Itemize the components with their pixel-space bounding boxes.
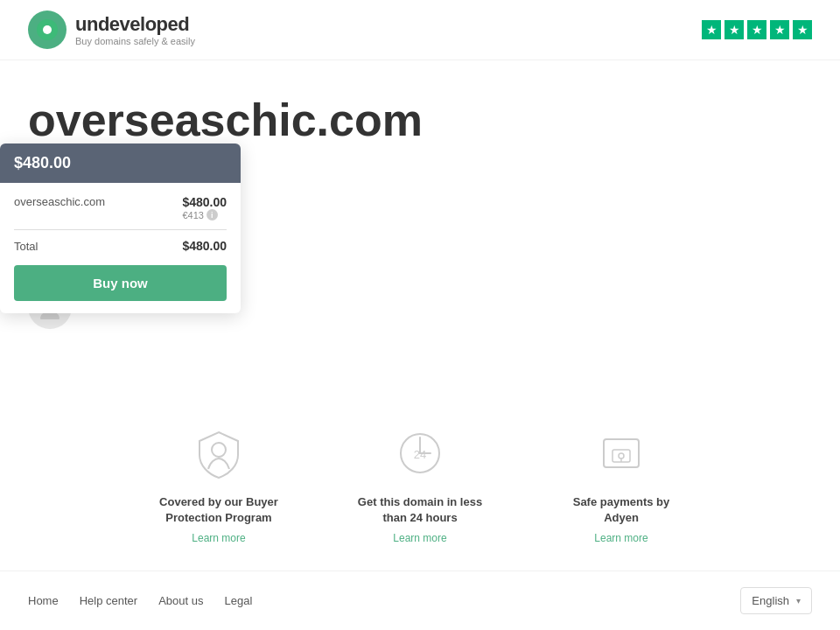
logo-icon [28, 10, 66, 49]
domain-24h-icon: 24 [392, 425, 449, 482]
language-label: English [752, 594, 789, 607]
price-body: overseaschic.com $480.00 €413 i Total $4… [0, 183, 241, 313]
trustpilot-star-2: ★ [724, 20, 744, 39]
svg-point-4 [212, 443, 226, 457]
header: undeveloped Buy domains safely & easily … [0, 0, 840, 60]
domain-title-text: overseaschic.com [28, 94, 423, 145]
trustpilot-stars: ★ ★ ★ ★ ★ [702, 20, 812, 39]
language-arrow: ▾ [796, 596, 801, 606]
price-eur: €413 i [182, 209, 227, 220]
footer-nav: Home Help center About us Legal [28, 594, 252, 607]
feature-link-domain-24h[interactable]: Learn more [393, 532, 446, 544]
feature-title-buyer-protection: Covered by our Buyer Protection Program [153, 494, 284, 526]
logo-tagline: Buy domains safely & easily [75, 36, 195, 46]
svg-point-9 [619, 453, 624, 458]
domain-title: overseaschic.com [28, 95, 812, 145]
main-content: $480.00 overseaschic.com $480.00 €413 i … [0, 60, 840, 355]
trustpilot-star-5: ★ [793, 20, 812, 39]
feature-domain-24h: 24 Get this domain in less than 24 hours… [354, 425, 486, 543]
price-row: overseaschic.com $480.00 €413 i [14, 195, 227, 220]
logo-name: undeveloped [75, 13, 195, 36]
feature-link-safe-payments[interactable]: Learn more [594, 532, 648, 544]
price-amount-col: $480.00 €413 i [182, 195, 227, 220]
footer-link-legal[interactable]: Legal [225, 594, 253, 607]
feature-title-safe-payments: Safe payments by Adyen [556, 494, 687, 526]
logo-text: undeveloped Buy domains safely & easily [75, 13, 195, 46]
feature-safe-payments: Safe payments by Adyen Learn more [556, 425, 687, 543]
safe-payments-icon [593, 425, 650, 482]
info-icon[interactable]: i [206, 209, 218, 220]
price-usd: $480.00 [182, 195, 227, 209]
feature-link-buyer-protection[interactable]: Learn more [192, 532, 245, 544]
price-domain-name: overseaschic.com [14, 195, 105, 208]
language-selector[interactable]: English ▾ [740, 587, 812, 614]
trustpilot-star-1: ★ [702, 20, 721, 39]
feature-title-domain-24h: Get this domain in less than 24 hours [354, 494, 486, 526]
footer-link-home[interactable]: Home [28, 594, 59, 607]
svg-point-1 [43, 25, 52, 34]
buy-now-button[interactable]: Buy now [14, 265, 227, 301]
footer-link-help[interactable]: Help center [80, 594, 137, 607]
buyer-protection-icon [191, 425, 248, 482]
features-section: Covered by our Buyer Protection Program … [0, 373, 840, 578]
price-header: $480.00 [0, 144, 241, 183]
price-divider [14, 229, 227, 230]
trustpilot-star-3: ★ [747, 20, 766, 39]
logo-container[interactable]: undeveloped Buy domains safely & easily [28, 10, 195, 49]
feature-buyer-protection: Covered by our Buyer Protection Program … [153, 425, 284, 543]
footer-link-about[interactable]: About us [158, 594, 203, 607]
price-card: $480.00 overseaschic.com $480.00 €413 i … [0, 144, 241, 313]
footer: Home Help center About us Legal English … [0, 570, 840, 630]
price-total-row: Total $480.00 [14, 239, 227, 253]
price-total-value: $480.00 [182, 239, 227, 253]
price-total-label: Total [14, 240, 38, 253]
trustpilot-star-4: ★ [770, 20, 789, 39]
